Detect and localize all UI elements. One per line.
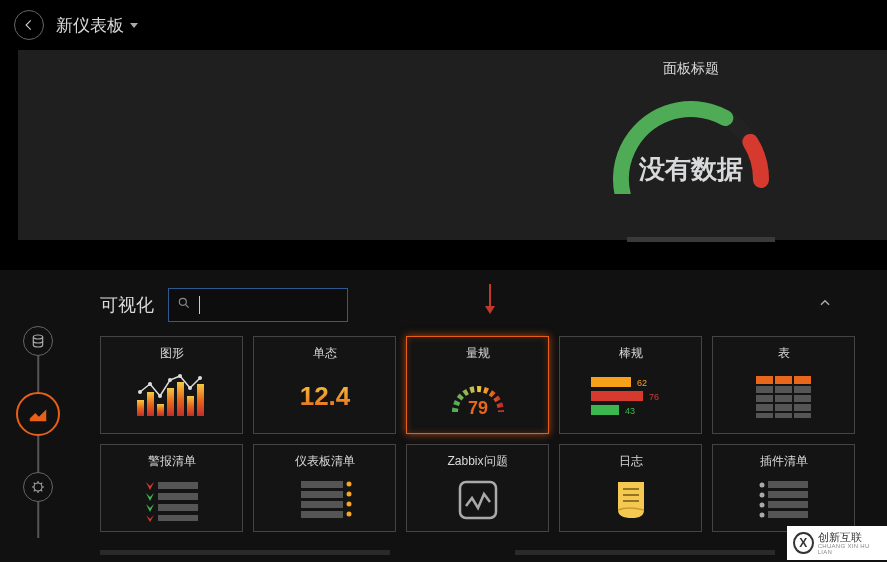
svg-rect-36 bbox=[756, 395, 773, 402]
svg-rect-57 bbox=[460, 482, 496, 518]
svg-rect-30 bbox=[756, 376, 773, 384]
svg-rect-37 bbox=[775, 395, 792, 402]
svg-rect-31 bbox=[775, 376, 792, 384]
section-title: 可视化 bbox=[100, 293, 154, 317]
visualization-search[interactable] bbox=[168, 288, 348, 322]
viz-label: 日志 bbox=[619, 453, 643, 470]
viz-label: 量规 bbox=[466, 345, 490, 362]
svg-point-56 bbox=[346, 511, 351, 516]
svg-point-17 bbox=[168, 378, 172, 382]
scrollbar[interactable] bbox=[515, 550, 775, 555]
svg-text:79: 79 bbox=[467, 398, 487, 418]
gauge-icon: 79 bbox=[411, 368, 544, 425]
header: 新仪表板 bbox=[0, 0, 887, 50]
dashlist-icon bbox=[258, 476, 391, 523]
svg-rect-38 bbox=[794, 395, 811, 402]
singlestat-icon: 12.4 bbox=[258, 368, 391, 425]
dashboard-title: 新仪表板 bbox=[56, 14, 124, 37]
bargauge-icon: 62 76 43 bbox=[564, 368, 697, 425]
viz-card-dashlist[interactable]: 仪表板清单 bbox=[253, 444, 396, 532]
svg-rect-49 bbox=[301, 481, 343, 488]
svg-rect-66 bbox=[768, 501, 808, 508]
caret-down-icon bbox=[130, 23, 138, 28]
gauge-panel: 面板标题 没有数据 bbox=[606, 60, 776, 187]
viz-card-gauge[interactable]: 量规 79 bbox=[406, 336, 549, 434]
pluginlist-icon bbox=[717, 476, 850, 523]
svg-rect-26 bbox=[591, 391, 643, 401]
viz-label: 插件清单 bbox=[760, 453, 808, 470]
visualization-grid: 图形 单态 bbox=[100, 336, 872, 532]
scrollbar[interactable] bbox=[100, 550, 390, 555]
viz-card-pluginlist[interactable]: 插件清单 bbox=[712, 444, 855, 532]
viz-label: 图形 bbox=[160, 345, 184, 362]
svg-point-4 bbox=[34, 483, 42, 491]
search-icon bbox=[177, 296, 191, 314]
viz-label: 表 bbox=[778, 345, 790, 362]
svg-rect-11 bbox=[177, 382, 184, 416]
svg-rect-24 bbox=[591, 377, 631, 387]
back-button[interactable] bbox=[14, 10, 44, 40]
viz-label: 警报清单 bbox=[148, 453, 196, 470]
svg-point-15 bbox=[148, 382, 152, 386]
viz-card-alertlist[interactable]: 警报清单 bbox=[100, 444, 243, 532]
alertlist-icon bbox=[105, 476, 238, 523]
viz-card-logs[interactable]: 日志 bbox=[559, 444, 702, 532]
svg-point-18 bbox=[178, 374, 182, 378]
viz-label: Zabbix问题 bbox=[447, 453, 507, 470]
viz-card-graph[interactable]: 图形 bbox=[100, 336, 243, 434]
table-icon bbox=[717, 368, 850, 425]
svg-rect-13 bbox=[197, 384, 204, 416]
svg-point-3 bbox=[33, 335, 42, 339]
svg-rect-9 bbox=[157, 404, 164, 416]
viz-card-singlestat[interactable]: 单态 12.4 bbox=[253, 336, 396, 434]
svg-rect-39 bbox=[756, 404, 773, 411]
queries-tab-icon[interactable] bbox=[23, 326, 53, 356]
graph-icon bbox=[105, 368, 238, 425]
svg-point-16 bbox=[158, 394, 162, 398]
visualization-tab-icon[interactable] bbox=[16, 392, 60, 436]
dashboard-title-dropdown[interactable]: 新仪表板 bbox=[56, 14, 138, 37]
panel-preview: 面板标题 没有数据 bbox=[18, 50, 887, 240]
svg-text:76: 76 bbox=[649, 392, 659, 402]
brand-logo: X 创新互联 CHUANG XIN HU LIAN bbox=[787, 526, 887, 560]
panel-title: 面板标题 bbox=[606, 60, 776, 78]
search-input[interactable] bbox=[208, 297, 339, 313]
scrollbar[interactable] bbox=[627, 237, 775, 242]
settings-tab-icon[interactable] bbox=[23, 472, 53, 502]
svg-text:62: 62 bbox=[637, 378, 647, 388]
logs-icon bbox=[564, 476, 697, 523]
svg-point-19 bbox=[188, 386, 192, 390]
svg-rect-43 bbox=[775, 413, 792, 418]
viz-label: 仪表板清单 bbox=[295, 453, 355, 470]
viz-card-table[interactable]: 表 bbox=[712, 336, 855, 434]
svg-rect-32 bbox=[794, 376, 811, 384]
visualization-editor: 可视化 图形 bbox=[0, 270, 887, 562]
svg-point-61 bbox=[759, 482, 764, 487]
viz-card-bargauge[interactable]: 棒规 62 76 43 bbox=[559, 336, 702, 434]
svg-rect-47 bbox=[158, 504, 198, 511]
svg-point-67 bbox=[759, 512, 764, 517]
svg-rect-42 bbox=[756, 413, 773, 418]
viz-label: 单态 bbox=[313, 345, 337, 362]
viz-card-zabbix[interactable]: Zabbix问题 bbox=[406, 444, 549, 532]
svg-text:43: 43 bbox=[625, 406, 635, 416]
collapse-button[interactable] bbox=[818, 296, 832, 314]
svg-rect-41 bbox=[794, 404, 811, 411]
logo-text: 创新互联 bbox=[818, 532, 881, 543]
svg-rect-46 bbox=[158, 493, 198, 500]
svg-rect-44 bbox=[794, 413, 811, 418]
svg-point-50 bbox=[346, 481, 351, 486]
annotation-arrow-icon bbox=[483, 282, 497, 316]
viz-label: 棒规 bbox=[619, 345, 643, 362]
svg-rect-34 bbox=[775, 386, 792, 393]
svg-point-63 bbox=[759, 492, 764, 497]
svg-rect-10 bbox=[167, 388, 174, 416]
svg-text:12.4: 12.4 bbox=[299, 381, 350, 411]
svg-rect-7 bbox=[137, 400, 144, 416]
svg-rect-48 bbox=[158, 515, 198, 521]
svg-point-52 bbox=[346, 491, 351, 496]
svg-rect-12 bbox=[187, 396, 194, 416]
svg-rect-28 bbox=[591, 405, 619, 415]
svg-rect-40 bbox=[775, 404, 792, 411]
svg-rect-62 bbox=[768, 481, 808, 488]
